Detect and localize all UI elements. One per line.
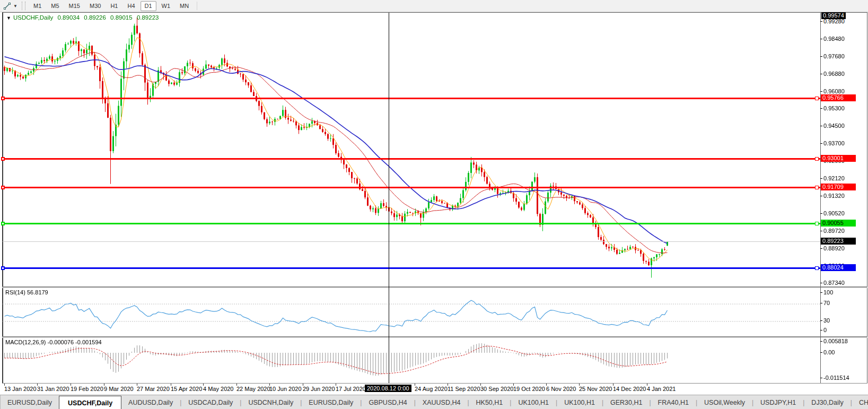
date-axis[interactable]: 13 Jan 202031 Jan 202019 Feb 20209 Mar 2… <box>2 384 867 394</box>
chart-tab-usdcnh-daily[interactable]: USDCNH,Daily <box>241 395 300 409</box>
line-endpoint-marker[interactable] <box>815 222 819 225</box>
line-price-label: 0.88024 <box>821 264 856 271</box>
price-tick-label: 0.87340 <box>823 280 845 286</box>
chart-tab-usdjpy-h1[interactable]: USDJPY,H1 <box>753 395 803 409</box>
chart-tab-china300-h1[interactable]: CHINA300,H1 <box>852 395 868 409</box>
crosshair-price-label: 0.99574 <box>821 12 846 19</box>
crosshair-date-label: 2020.08.12 0:00 <box>365 385 411 392</box>
chevron-down-icon[interactable]: ▼ <box>12 4 19 8</box>
price-tick-label: 0.98480 <box>823 36 845 42</box>
timeframe-buttons: M1M5M15M30H1H4D1W1MN <box>29 1 194 11</box>
macd-axis-label: -0.011514 <box>823 375 849 381</box>
date-tick-label: 24 Aug 2020 <box>415 386 448 392</box>
macd-name: MACD(12,26,9) <box>5 339 46 345</box>
timeframe-button-w1[interactable]: W1 <box>157 1 175 11</box>
horizontal-line-0.93001[interactable] <box>3 158 820 160</box>
price-tick-label: 0.89720 <box>823 228 845 234</box>
chart-tab-xauusd-h4[interactable]: XAUUSD,H4 <box>416 395 468 409</box>
date-tick-label: 19 Oct 2020 <box>513 386 545 392</box>
line-endpoint-marker[interactable] <box>1 97 5 100</box>
chart-tab-ger30-h1[interactable]: GER30,H1 <box>603 395 649 409</box>
crosshair-vertical-line[interactable] <box>389 13 389 383</box>
chart-tab-usdcad-daily[interactable]: USDCAD,Daily <box>181 395 240 409</box>
timeframe-toolbar: ▼ M1M5M15M30H1H4D1W1MN <box>0 0 868 12</box>
chart-tab-dj30-daily[interactable]: DJ30,Daily <box>804 395 850 409</box>
rsi-axis-label: 70 <box>823 300 830 306</box>
line-price-label: 0.95766 <box>821 94 856 101</box>
chart-tab-gbpusd-h4[interactable]: GBPUSD,H4 <box>362 395 414 409</box>
timeframe-button-mn[interactable]: MN <box>176 1 193 11</box>
line-endpoint-marker[interactable] <box>1 266 5 270</box>
line-endpoint-marker[interactable] <box>1 157 5 161</box>
horizontal-line-0.91709[interactable] <box>3 187 820 188</box>
horizontal-line-0.88024[interactable] <box>3 267 820 269</box>
timeframe-button-m15[interactable]: M15 <box>65 1 84 11</box>
macd-panel-canvas[interactable] <box>3 337 820 383</box>
macd-label: MACD(12,26,9) -0.000076 -0.001594 <box>5 339 102 345</box>
date-tick-label: 30 Sep 2020 <box>480 386 513 392</box>
rsi-panel-canvas[interactable] <box>3 288 820 336</box>
price-tick-label: 0.97680 <box>823 53 845 59</box>
line-endpoint-marker[interactable] <box>815 266 819 270</box>
line-endpoint-marker[interactable] <box>1 186 5 189</box>
date-tick-label: 6 Nov 2020 <box>546 386 576 392</box>
horizontal-line-0.90055[interactable] <box>3 223 820 224</box>
macd-values: -0.000076 -0.001594 <box>47 339 101 345</box>
timeframe-button-m30[interactable]: M30 <box>85 1 105 11</box>
toolbar-grip[interactable] <box>22 2 25 10</box>
date-tick-label: 27 Mar 2020 <box>137 386 170 392</box>
ohlc-open: 0.89034 <box>58 14 80 21</box>
price-axis-border <box>820 12 821 383</box>
line-endpoint-marker[interactable] <box>815 157 819 161</box>
toolbar-divider <box>197 2 197 10</box>
price-tick-label: 0.96880 <box>823 71 845 77</box>
ohlc-low: 0.89015 <box>110 14 133 21</box>
price-tick-label: 0.94500 <box>823 123 845 129</box>
date-tick-label: 10 Jun 2020 <box>269 386 302 392</box>
date-tick-label: 17 Jul 2020 <box>336 386 366 392</box>
chart-tab-hk50-h1[interactable]: HK50,H1 <box>469 395 510 409</box>
line-endpoint-marker[interactable] <box>815 97 819 100</box>
line-endpoint-marker[interactable] <box>815 186 819 189</box>
timeframe-button-h1[interactable]: H1 <box>106 1 122 11</box>
current-price-label: 0.89223 <box>821 238 856 245</box>
price-tick-label: 0.90520 <box>823 210 845 216</box>
horizontal-line-0.95766[interactable] <box>3 98 820 99</box>
date-tick-label: 13 Jan 2020 <box>4 386 37 392</box>
timeframe-button-m5[interactable]: M5 <box>47 1 63 11</box>
price-tick-label: 0.95300 <box>823 105 845 111</box>
price-tick-label: 0.88920 <box>823 245 845 251</box>
rsi-macd-splitter[interactable] <box>2 336 867 338</box>
rsi-axis-label: 0 <box>823 327 827 333</box>
chart-tab-uk100-h1[interactable]: UK100,H1 <box>511 395 556 409</box>
line-price-label: 0.90055 <box>821 220 856 227</box>
chart-tab-eurusd-daily[interactable]: EURUSD,Daily <box>1 395 59 409</box>
date-tick-label: 19 Feb 2020 <box>71 386 103 392</box>
timeframe-button-h4[interactable]: H4 <box>123 1 139 11</box>
price-tick-label: 0.91320 <box>823 193 845 199</box>
timeframe-button-d1[interactable]: D1 <box>141 1 156 11</box>
trendline-tool-icon[interactable] <box>2 1 12 11</box>
chart-tab-eurusd-daily[interactable]: EURUSD,Daily <box>302 395 360 409</box>
chart-title-dropdown-icon[interactable]: ▼ <box>6 15 11 21</box>
macd-axis-label: 0.00 <box>823 349 835 355</box>
date-tick-label: 9 Mar 2020 <box>104 386 134 392</box>
chart-tab-audusd-daily[interactable]: AUDUSD,Daily <box>121 395 180 409</box>
macd-axis-label: 0.005818 <box>823 338 848 344</box>
date-tick-label: 25 Nov 2020 <box>579 386 612 392</box>
chart-tab-usdchf-daily[interactable]: USDCHF,Daily <box>59 396 121 409</box>
rsi-axis-label: 30 <box>823 317 830 324</box>
price-tick-label: 0.93700 <box>823 140 845 146</box>
price-tick-label: 0.96080 <box>823 88 845 94</box>
chart-tab-usoil-weekly[interactable]: USOil,Weekly <box>697 395 752 409</box>
chart-tab-bar: EURUSD,DailyUSDCHF,DailyAUDUSD,Daily|USD… <box>0 395 868 409</box>
line-endpoint-marker[interactable] <box>1 222 5 225</box>
chart-title: ▼USDCHF,Daily 0.89034 0.89226 0.89015 0.… <box>6 14 161 21</box>
timeframe-button-m1[interactable]: M1 <box>29 1 46 11</box>
chart-tab-uk100-h1[interactable]: UK100,H1 <box>557 395 602 409</box>
main-chart-canvas[interactable] <box>3 13 820 286</box>
main-rsi-splitter[interactable] <box>2 286 867 288</box>
date-tick-label: 11 Sep 2020 <box>448 386 480 392</box>
chart-tab-fra40-h1[interactable]: FRA40,H1 <box>651 395 696 409</box>
rsi-label: RSI(14) 56.8179 <box>5 289 48 295</box>
